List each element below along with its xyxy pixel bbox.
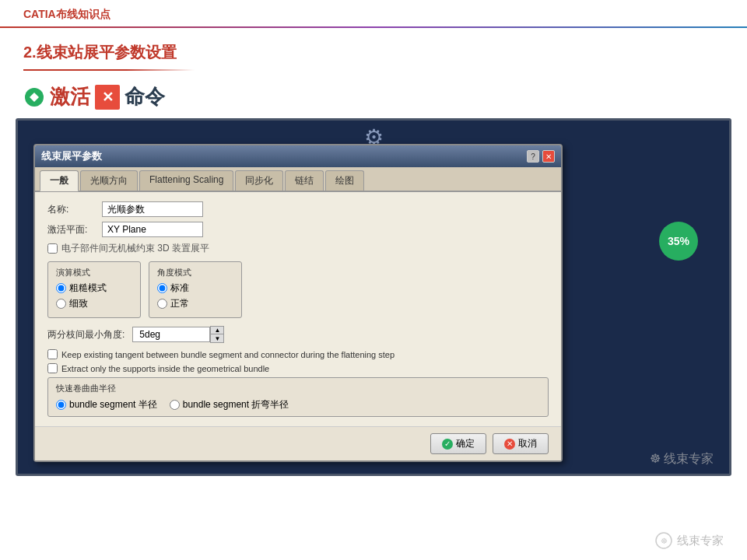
section-number: 2.: [23, 44, 37, 61]
watermark-text: 线束专家: [677, 534, 724, 548]
command-prefix: 激活: [50, 83, 90, 110]
long-check2[interactable]: [47, 363, 58, 373]
radius-opt2-label: bundle segment 折弯半径: [183, 398, 289, 411]
long-check2-label: Extract only the supports inside the geo…: [61, 364, 269, 373]
ok-label: 确定: [456, 437, 475, 450]
activate-label: 激活平面:: [47, 223, 102, 236]
radius-opt2-wrap: bundle segment 折弯半径: [170, 398, 289, 411]
tab-flattening[interactable]: Flattening Scaling: [139, 170, 233, 191]
page-watermark: ☸ 线束专家: [655, 532, 724, 549]
fine-mode-row: 细致: [56, 297, 132, 310]
dialog-titlebar: 线束展平参数 ? ✕: [35, 145, 561, 167]
dialog-window: 线束展平参数 ? ✕ 一般 光顺方向 Flattening Scaling 同步…: [33, 144, 563, 462]
section-underline: [23, 69, 195, 71]
x-icon: ✕: [95, 85, 120, 110]
standard-angle-label: 标准: [170, 282, 189, 295]
rough-mode-row: 粗糙模式: [56, 282, 132, 295]
radius-opt2-radio[interactable]: [170, 400, 180, 410]
dialog-tabs: 一般 光顺方向 Flattening Scaling 同步化 链结 绘图: [35, 167, 561, 192]
fine-radio[interactable]: [56, 299, 66, 309]
command-suffix: 命令: [124, 83, 165, 110]
activate-row: 激活平面:: [47, 222, 549, 237]
standard-angle-row: 标准: [157, 282, 233, 295]
dialog-body: 名称: 激活平面: 电子部件间无机械约束 3D 装置展平 演算模式 粗糙模: [35, 192, 561, 426]
rough-label: 粗糙模式: [69, 282, 107, 295]
cancel-button[interactable]: ✕ 取消: [493, 433, 549, 454]
angle-value-input[interactable]: [132, 327, 210, 342]
spinner-up[interactable]: ▲: [211, 327, 223, 334]
normal-angle-row: 正常: [157, 297, 233, 310]
cancel-icon: ✕: [504, 439, 515, 450]
dialog-help-button[interactable]: ?: [527, 150, 539, 163]
screenshot-watermark: ☸ 线束专家: [650, 451, 714, 467]
tab-draw[interactable]: 绘图: [325, 170, 364, 191]
checkbox1-row: 电子部件间无机械约束 3D 装置展平: [47, 242, 549, 255]
angle-mode-group: 角度模式 标准 正常: [149, 261, 242, 318]
spinner-down[interactable]: ▼: [211, 334, 223, 342]
header: CATIA布线知识点: [0, 0, 747, 26]
radius-row: bundle segment 半径 bundle segment 折弯半径: [56, 398, 540, 411]
cancel-label: 取消: [518, 437, 537, 450]
checkbox1-label: 电子部件间无机械约束 3D 装置展平: [61, 242, 209, 255]
standard-angle-radio[interactable]: [157, 283, 167, 293]
radius-opt1-label: bundle segment 半径: [69, 398, 157, 411]
angle-input-wrap: ▲ ▼: [132, 326, 224, 343]
tab-link[interactable]: 链结: [285, 170, 324, 191]
command-bar: 激活 ✕ 命令: [0, 79, 747, 118]
long-check2-row: Extract only the supports inside the geo…: [47, 363, 549, 373]
dialog-close-button[interactable]: ✕: [542, 150, 555, 163]
radius-group: 快速卷曲曲半径 bundle segment 半径 bundle segment…: [47, 377, 549, 417]
normal-angle-radio[interactable]: [157, 299, 167, 309]
long-check1-label: Keep existing tangent between bundle seg…: [61, 350, 395, 359]
header-title: CATIA布线知识点: [23, 8, 724, 22]
tab-general[interactable]: 一般: [40, 170, 79, 191]
name-label: 名称:: [47, 203, 102, 216]
min-angle-label: 两分枝间最小角度:: [47, 328, 124, 341]
modes-container: 演算模式 粗糙模式 细致 角度模式 标准: [47, 261, 549, 318]
svg-text:☸: ☸: [661, 537, 668, 545]
rough-radio[interactable]: [56, 283, 66, 293]
long-check1[interactable]: [47, 349, 58, 359]
dialog-footer: ✓ 确定 ✕ 取消: [35, 426, 561, 460]
calc-mode-title: 演算模式: [56, 267, 132, 278]
normal-angle-label: 正常: [170, 297, 189, 310]
long-check1-row: Keep existing tangent between bundle seg…: [47, 349, 549, 359]
section-title-text: 线束站展平参数设置: [37, 42, 177, 63]
radius-group-title: 快速卷曲曲半径: [56, 383, 540, 394]
watermark-logo-icon: ☸: [655, 532, 672, 549]
ok-icon: ✓: [442, 439, 453, 450]
checkbox1[interactable]: [47, 243, 58, 254]
bullet-icon: [23, 86, 45, 108]
name-row: 名称:: [47, 201, 549, 217]
angle-spinner: ▲ ▼: [210, 326, 224, 343]
header-divider: [0, 26, 747, 28]
radius-opt1-radio[interactable]: [56, 400, 66, 410]
name-input[interactable]: [102, 201, 203, 217]
calc-mode-group: 演算模式 粗糙模式 细致: [47, 261, 141, 318]
fine-label: 细致: [69, 297, 88, 310]
screenshot-area: ⚙ 线束展平参数 ? ✕ 一般 光顺方向 Flattening Scaling …: [16, 118, 731, 476]
tab-smooth[interactable]: 光顺方向: [80, 170, 138, 191]
tab-sync[interactable]: 同步化: [235, 170, 283, 191]
radius-opt1-wrap: bundle segment 半径: [56, 398, 157, 411]
progress-value: 35%: [668, 235, 689, 247]
section-title: 2. 线束站展平参数设置: [0, 36, 747, 69]
min-angle-row: 两分枝间最小角度: ▲ ▼: [47, 326, 549, 343]
progress-badge: 35%: [659, 222, 698, 261]
dialog-controls: ? ✕: [527, 150, 555, 163]
ok-button[interactable]: ✓ 确定: [430, 433, 486, 454]
angle-mode-title: 角度模式: [157, 267, 233, 278]
activate-input[interactable]: [102, 222, 203, 237]
dialog-title: 线束展平参数: [41, 149, 102, 163]
